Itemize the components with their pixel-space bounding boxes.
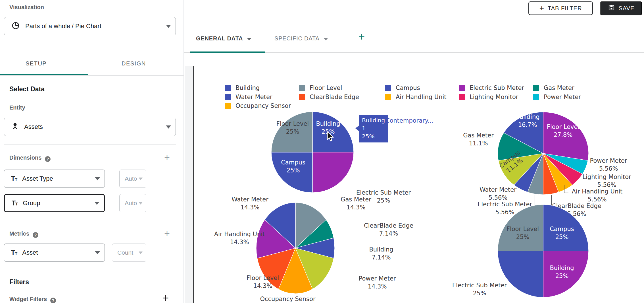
pie-slice-label: Water Meter5.56% — [480, 186, 516, 201]
pie-slice-label: Gas Meter14.3% — [341, 196, 371, 211]
asset-type-pie-1: Building25%Electric Sub Meter25%Campus25… — [271, 112, 411, 204]
dashboard-widget-editor: Visualization Parts of a whole / Pie Cha… — [0, 0, 644, 303]
mouse-cursor — [327, 131, 336, 143]
pie-slice-label: Water Meter14.3% — [232, 196, 268, 211]
pie-slice-electric-sub-meter[interactable] — [498, 251, 543, 297]
pie-charts-canvas: Building25%Electric Sub Meter25%Campus25… — [0, 0, 644, 303]
pie-slice-label: Electric Sub Meter25% — [452, 282, 507, 297]
asset-type-pie-2: Gas Meter14.3%ClearBlade Edge7.14%Buildi… — [214, 196, 413, 303]
pie-slice-label: Lighting Monitor5.56% — [582, 174, 631, 188]
pie-slice-label: Gas Meter11.1% — [463, 132, 494, 147]
pie-slice-label: Occupancy Sensor14.3% — [260, 296, 315, 303]
pie-slice-label: Air Handling Unit5.56% — [572, 188, 623, 203]
group-pie-1: Floor Level27.8%Power Meter5.56%Lighting… — [463, 112, 631, 217]
pie-slice-label: Building7.14% — [369, 246, 393, 261]
pie-slice-label: Power Meter14.3% — [359, 275, 396, 290]
pie-slice-label: Power Meter5.56% — [590, 157, 627, 172]
group-pie-2: Campus25%Building25%Electric Sub Meter25… — [452, 205, 589, 297]
tooltip-secondary-label: Contemporary... — [385, 117, 433, 124]
slice-hover-tooltip: Building 1 25% — [359, 115, 388, 143]
pie-slice-electric-sub-meter[interactable] — [312, 152, 354, 193]
pie-slice-label: ClearBlade Edge7.14% — [364, 222, 413, 237]
